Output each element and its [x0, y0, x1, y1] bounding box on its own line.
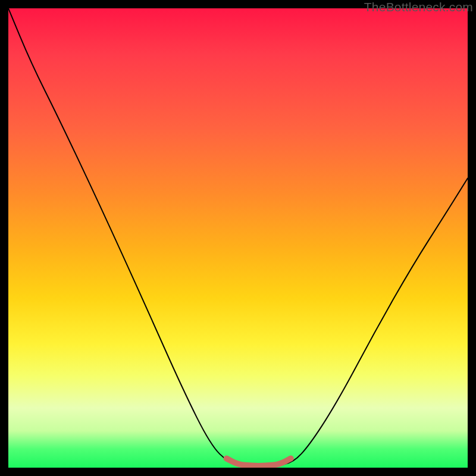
valley-highlight [227, 459, 291, 466]
chart-container: TheBottleneck.com [0, 0, 476, 476]
bottleneck-curve [8, 8, 468, 465]
curve-svg [8, 8, 468, 468]
watermark-text: TheBottleneck.com [364, 0, 473, 14]
plot-area [8, 8, 468, 468]
